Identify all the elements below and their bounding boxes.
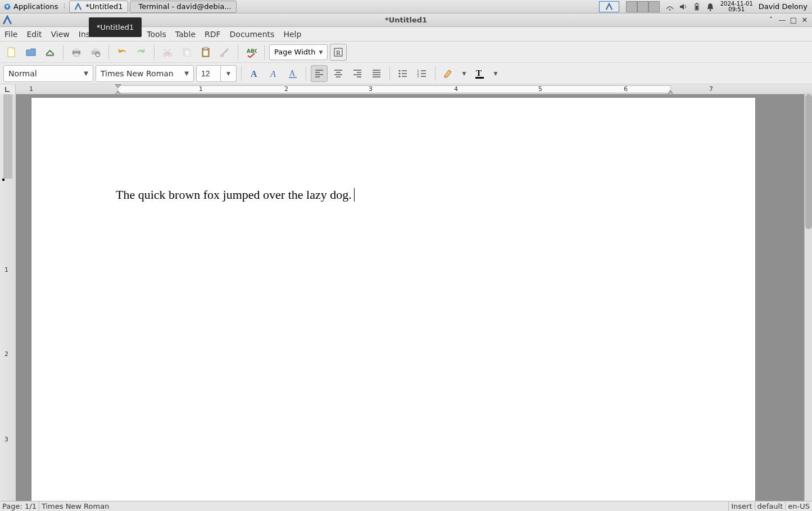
copy-button[interactable]: [178, 44, 195, 61]
font-color-dropdown[interactable]: ▼: [491, 65, 501, 82]
taskbar-button-terminal[interactable]: Terminal - david@debia...: [130, 1, 237, 13]
svg-point-32: [399, 75, 401, 77]
svg-point-31: [399, 72, 401, 74]
copy-icon: [181, 47, 192, 58]
workspace-switcher[interactable]: [626, 1, 660, 12]
vertical-ruler[interactable]: 1 2 3: [0, 94, 16, 501]
menu-rdf[interactable]: RDF: [205, 30, 221, 39]
undo-button[interactable]: [114, 44, 130, 61]
status-font[interactable]: Times New Roman: [39, 501, 729, 511]
status-language[interactable]: en-US: [786, 502, 812, 510]
svg-point-30: [399, 70, 401, 71]
menu-table[interactable]: Table: [175, 30, 196, 39]
ruler-corner[interactable]: [0, 84, 16, 94]
ruler-number: 1: [29, 85, 33, 93]
print-button[interactable]: [68, 44, 85, 61]
system-taskbar: Applications ⸽ *Untitled1 Terminal - dav…: [0, 0, 812, 13]
document-viewport[interactable]: The quick brown fox jumped over the lazy…: [16, 94, 804, 501]
username[interactable]: David Delony: [759, 2, 808, 11]
zoom-dropdown[interactable]: Page Width ▼: [269, 44, 328, 60]
align-right-button[interactable]: [349, 65, 366, 82]
align-left-button[interactable]: [311, 65, 328, 82]
applications-menu[interactable]: Applications: [0, 2, 61, 11]
menu-view[interactable]: View: [51, 30, 70, 39]
chevron-down-icon: ▼: [226, 71, 230, 76]
volume-icon[interactable]: [679, 2, 688, 11]
redo-button[interactable]: [133, 44, 149, 61]
svg-rect-21: [203, 51, 208, 56]
spellcheck-button[interactable]: ABC: [243, 44, 260, 61]
bold-button[interactable]: A: [246, 65, 263, 82]
right-indent-marker-icon[interactable]: [666, 89, 674, 94]
menu-help[interactable]: Help: [283, 30, 301, 39]
print-preview-button[interactable]: [87, 44, 104, 61]
save-button[interactable]: [42, 44, 58, 61]
taskbar-label: *Untitled1: [85, 2, 123, 11]
svg-text:A: A: [270, 69, 276, 79]
svg-text:3: 3: [417, 74, 419, 78]
svg-text:T: T: [476, 69, 482, 77]
chevron-down-icon: ▼: [84, 70, 88, 76]
paragraph-style-dropdown[interactable]: Normal ▼: [3, 65, 93, 82]
align-justify-button[interactable]: [368, 65, 385, 82]
format-painter-button[interactable]: [216, 44, 233, 61]
horizontal-ruler[interactable]: 1 1 2 3 4 5 6 7: [16, 84, 812, 94]
highlight-color-dropdown[interactable]: ▼: [459, 65, 469, 82]
clock[interactable]: 2024-11-01 09:51: [720, 1, 753, 12]
vertical-scrollbar[interactable]: [804, 94, 812, 501]
clipboard-icon: [200, 47, 211, 58]
underline-button[interactable]: A: [284, 65, 301, 82]
svg-rect-10: [74, 48, 79, 51]
active-window-indicator[interactable]: [599, 1, 619, 12]
font-color-button[interactable]: T: [471, 65, 488, 82]
status-page[interactable]: Page: 1/1: [0, 501, 39, 511]
chevron-down-icon: ▼: [462, 71, 466, 76]
highlight-color-button[interactable]: [440, 65, 457, 82]
italic-button[interactable]: A: [265, 65, 282, 82]
bullet-list-button[interactable]: [394, 65, 411, 82]
network-icon[interactable]: [665, 2, 674, 11]
ruler-number: 6: [624, 85, 628, 93]
scrollbar-thumb[interactable]: [805, 94, 812, 229]
notification-icon[interactable]: [706, 2, 715, 11]
abiword-icon: [605, 3, 613, 11]
font-family-dropdown[interactable]: Times New Roman ▼: [96, 65, 194, 82]
align-center-button[interactable]: [330, 65, 347, 82]
separator: [264, 45, 265, 60]
status-insert-mode[interactable]: Insert: [729, 502, 755, 510]
separator: [241, 66, 242, 81]
number-list-icon: 123: [416, 68, 428, 79]
menu-edit[interactable]: Edit: [26, 30, 42, 39]
chevron-down-icon: ▼: [319, 49, 323, 55]
paste-button[interactable]: [197, 44, 214, 61]
battery-icon[interactable]: [692, 2, 701, 11]
font-size-dropdown[interactable]: ▼: [221, 65, 237, 82]
status-style[interactable]: default: [755, 502, 786, 510]
paragraph-icon: R: [333, 47, 344, 58]
ruler-number: 1: [4, 266, 8, 273]
font-value: Times New Roman: [101, 69, 174, 78]
cut-button[interactable]: [159, 44, 176, 61]
ruler-number: 3: [4, 436, 8, 443]
document-page[interactable]: The quick brown fox jumped over the lazy…: [31, 98, 755, 501]
number-list-button[interactable]: 123: [414, 65, 430, 82]
highlight-icon: [442, 67, 455, 80]
menu-tools[interactable]: Tools: [147, 30, 166, 39]
indent-marker-icon[interactable]: [114, 84, 122, 94]
new-button[interactable]: [3, 44, 20, 61]
ruler-number: 2: [4, 350, 8, 358]
open-button[interactable]: [22, 44, 39, 61]
font-size-input[interactable]: [196, 65, 221, 82]
menu-file[interactable]: File: [4, 30, 17, 39]
ruler-number: 3: [369, 85, 373, 93]
zoom-label: Page Width: [274, 48, 315, 56]
brush-icon: [219, 47, 230, 58]
separator: [154, 45, 155, 60]
separator: [306, 66, 306, 81]
document-text-line[interactable]: The quick brown fox jumped over the lazy…: [116, 188, 355, 202]
paragraph-button[interactable]: R: [330, 44, 347, 61]
printer-icon: [71, 47, 82, 58]
bold-icon: A: [248, 67, 261, 80]
taskbar-button-untitled[interactable]: *Untitled1: [69, 1, 128, 13]
menu-documents[interactable]: Documents: [230, 30, 275, 39]
